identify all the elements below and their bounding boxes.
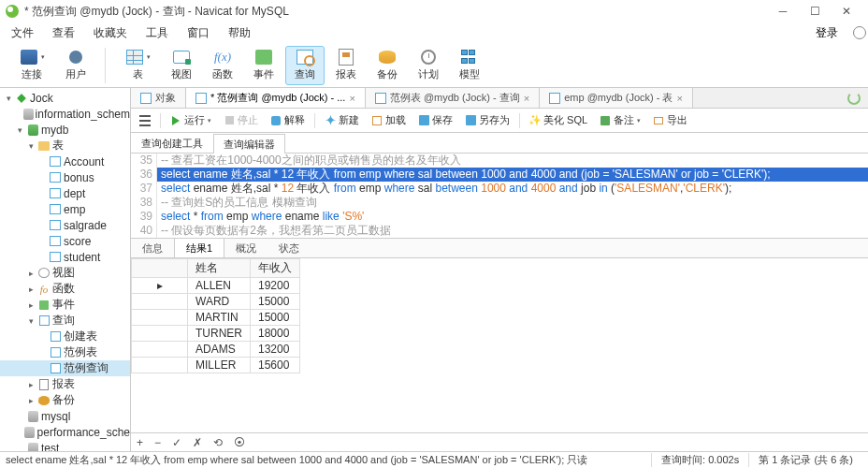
tree-item[interactable]: emp [0,201,130,217]
query-toolbar: 运行▾ 停止 解释 ✦新建 加载 保存 另存为 ✨美化 SQL 备注▾ 导出 [131,109,868,133]
close-button[interactable]: ✕ [831,0,862,22]
grid-nav-button[interactable]: + [135,436,145,449]
tree-item[interactable]: ▸备份 [0,392,130,408]
tree-item[interactable]: performance_sche [0,424,130,440]
note-button[interactable]: 备注▾ [595,111,645,129]
sql-editor[interactable]: 35363738394041 -- 查看工资在1000-4000之间的职员或销售… [131,154,868,238]
status-rows: 第 1 条记录 (共 6 条) [748,453,862,467]
save-button[interactable]: 保存 [413,111,457,129]
user-avatar-icon[interactable] [853,26,866,39]
export-button[interactable]: 导出 [648,111,692,129]
status-time: 查询时间: 0.002s [651,453,748,467]
tree-item[interactable]: bonus [0,169,130,185]
sync-icon[interactable] [840,88,868,108]
run-button[interactable]: 运行▾ [166,111,216,129]
function-button[interactable]: f(x)函数 [203,46,242,85]
status-sql: select ename 姓名,sal * 12 年收入 from emp wh… [6,453,651,467]
menu-item[interactable]: 收藏夹 [84,23,137,43]
grid-nav-button[interactable]: − [152,436,163,449]
table-row[interactable]: ADAMS13200 [132,342,300,358]
plan-button[interactable]: 计划 [409,46,448,85]
content-tab[interactable]: emp @mydb (Jock) - 表× [540,88,693,108]
grid-nav-strip: +−✓✗⟲⦿ [131,432,868,451]
menu-item[interactable]: 文件 [2,23,43,43]
menu-item[interactable]: 帮助 [219,23,260,43]
content-tab[interactable]: * 范例查询 @mydb (Jock) - ...× [186,88,366,108]
load-button[interactable]: 加载 [367,111,411,129]
tree-connection[interactable]: ▾ Jock [0,90,130,106]
tree-item[interactable]: ▸视图 [0,265,130,281]
event-button[interactable]: 事件 [244,46,283,85]
tab-info[interactable]: 信息 [131,239,174,257]
maximize-button[interactable]: ☐ [799,0,831,22]
tree-item[interactable]: ▸报表 [0,376,130,392]
login-link[interactable]: 登录 [806,23,847,43]
connect-button[interactable]: ▾ 连接 [9,46,54,85]
content-tabs: 对象* 范例查询 @mydb (Jock) - ...×范例表 @mydb (J… [131,88,868,109]
beautify-button[interactable]: ✨美化 SQL [525,111,592,129]
tree-item[interactable]: ▸fo函数 [0,281,130,297]
tree-item[interactable]: Account [0,154,130,169]
window-title: * 范例查询 @mydb (Jock) - 查询 - Navicat for M… [24,4,767,20]
report-button[interactable]: 报表 [326,46,366,85]
stop-button[interactable]: 停止 [219,111,263,129]
table-row[interactable]: MARTIN15000 [132,310,300,326]
menu-bar: 文件查看收藏夹工具窗口帮助 登录 [0,22,868,43]
designer-tabs: 查询创建工具 查询编辑器 [131,133,868,154]
tree-item[interactable]: mysql [0,408,130,424]
table-row[interactable]: ▸ALLEN19200 [132,278,300,294]
new-button[interactable]: ✦新建 [320,111,364,129]
main-toolbar: ▾ 连接 用户 ▾ 表 视图 f(x)函数 事件 查询 报表 备份 计划 模型 [0,43,868,88]
tree-item[interactable]: 范例表 [0,344,130,360]
tab-query-builder[interactable]: 查询创建工具 [131,133,213,153]
tree-item[interactable]: student [0,249,130,265]
tab-result1[interactable]: 结果1 [174,239,224,257]
tree-item[interactable]: ▸事件 [0,297,130,313]
table-button[interactable]: ▾ 表 [115,46,160,85]
tree-item[interactable]: score [0,233,130,249]
tab-profile[interactable]: 概况 [224,239,268,257]
grid-nav-button[interactable]: ✓ [170,436,183,449]
menu-item[interactable]: 工具 [137,23,178,43]
result-tabs: 信息 结果1 概况 状态 [131,238,868,258]
content-area: 对象* 范例查询 @mydb (Jock) - ...×范例表 @mydb (J… [131,88,868,451]
menu-item[interactable]: 窗口 [178,23,219,43]
tab-query-editor[interactable]: 查询编辑器 [213,134,285,154]
table-row[interactable]: WARD15000 [132,294,300,310]
navigation-tree[interactable]: ▾ Jock information_schem▾mydb▾表Accountbo… [0,88,131,451]
tree-item[interactable]: information_schem [0,106,130,122]
table-row[interactable]: MILLER15600 [132,358,300,373]
grid-nav-button[interactable]: ✗ [191,436,204,449]
view-button[interactable]: 视图 [162,46,201,85]
minimize-button[interactable]: ─ [767,0,799,22]
backup-button[interactable]: 备份 [368,46,407,85]
tab-status[interactable]: 状态 [268,239,311,257]
title-bar: * 范例查询 @mydb (Jock) - 查询 - Navicat for M… [0,0,868,22]
query-button[interactable]: 查询 [285,46,325,85]
tree-item[interactable]: ▾mydb [0,122,130,138]
toggle-panel-button[interactable] [135,113,155,128]
status-bar: select ename 姓名,sal * 12 年收入 from emp wh… [0,451,868,468]
grid-nav-button[interactable]: ⦿ [232,436,247,449]
tree-item[interactable]: 范例查询 [0,360,130,376]
grid-nav-button[interactable]: ⟲ [211,436,224,449]
tree-item[interactable]: ▾表 [0,138,130,154]
user-button[interactable]: 用户 [56,46,95,85]
model-button[interactable]: 模型 [450,46,489,85]
app-icon [6,5,19,18]
content-tab[interactable]: 范例表 @mydb (Jock) - 查询× [366,88,540,108]
explain-button[interactable]: 解释 [266,111,310,129]
tree-item[interactable]: ▾查询 [0,313,130,329]
tree-item[interactable]: dept [0,185,130,201]
result-grid[interactable]: 姓名年收入▸ALLEN19200WARD15000MARTIN15000TURN… [131,258,868,432]
table-row[interactable]: TURNER18000 [132,326,300,342]
content-tab[interactable]: 对象 [131,88,186,108]
save-as-button[interactable]: 另存为 [460,111,514,129]
tree-item[interactable]: 创建表 [0,329,130,344]
tree-item[interactable]: test [0,440,130,451]
tree-item[interactable]: salgrade [0,217,130,233]
menu-item[interactable]: 查看 [43,23,84,43]
